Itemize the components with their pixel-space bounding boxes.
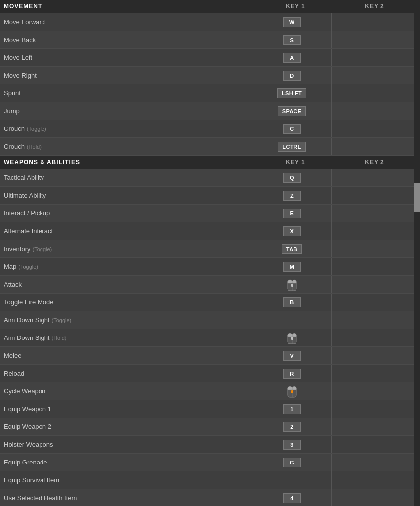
key2-cell-movement-4[interactable] <box>331 84 410 102</box>
action-name-weapons-12: Cycle Weapon <box>0 382 252 400</box>
key2-cell-weapons-9[interactable] <box>331 329 410 346</box>
key2-cell-weapons-8[interactable] <box>331 311 410 329</box>
keybind-row-movement-3[interactable]: Move RightD <box>0 67 420 84</box>
key1-badge-weapons-5: M <box>283 262 301 272</box>
keybind-row-movement-7[interactable]: Crouch (Hold)LCTRL <box>0 138 420 156</box>
key2-cell-movement-1[interactable] <box>331 31 410 48</box>
key1-cell-weapons-18[interactable]: 4 <box>252 489 331 506</box>
action-name-movement-0: Move Forward <box>0 13 252 31</box>
keybind-row-weapons-7[interactable]: Toggle Fire ModeB <box>0 294 420 311</box>
keybind-row-weapons-13[interactable]: Equip Weapon 11 <box>0 400 420 418</box>
action-name-weapons-1: Ultimate Ability <box>0 187 252 204</box>
keybind-row-weapons-16[interactable]: Equip GrenadeG <box>0 454 420 471</box>
keybind-row-movement-4[interactable]: SprintLSHIFT <box>0 84 420 102</box>
key1-badge-movement-2: A <box>283 53 301 63</box>
key1-cell-weapons-14[interactable]: 2 <box>252 418 331 435</box>
key1-cell-weapons-9[interactable] <box>252 329 331 346</box>
key1-cell-weapons-2[interactable]: E <box>252 205 331 222</box>
key2-cell-weapons-7[interactable] <box>331 294 410 311</box>
scrollbar-track[interactable] <box>414 0 420 506</box>
keybind-row-movement-5[interactable]: JumpSPACE <box>0 102 420 120</box>
key1-cell-weapons-8[interactable] <box>252 311 331 329</box>
key1-cell-weapons-0[interactable]: Q <box>252 169 331 186</box>
key2-cell-weapons-10[interactable] <box>331 347 410 364</box>
svg-rect-8 <box>291 390 293 393</box>
key1-cell-weapons-10[interactable]: V <box>252 347 331 364</box>
key1-cell-movement-3[interactable]: D <box>252 67 331 84</box>
keybind-row-weapons-1[interactable]: Ultimate AbilityZ <box>0 187 420 205</box>
keybind-row-weapons-11[interactable]: ReloadR <box>0 365 420 382</box>
action-name-movement-2: Move Left <box>0 49 252 66</box>
key1-cell-weapons-16[interactable]: G <box>252 454 331 471</box>
scrollbar-thumb[interactable] <box>414 183 420 212</box>
keybind-row-weapons-5[interactable]: Map (Toggle)M <box>0 258 420 276</box>
key1-cell-weapons-15[interactable]: 3 <box>252 436 331 453</box>
key2-cell-weapons-17[interactable] <box>331 471 410 489</box>
keybind-row-weapons-0[interactable]: Tactical AbilityQ <box>0 169 420 187</box>
keybind-row-weapons-4[interactable]: Inventory (Toggle)TAB <box>0 240 420 258</box>
key2-cell-movement-0[interactable] <box>331 13 410 31</box>
keybind-row-weapons-3[interactable]: Alternate InteractX <box>0 222 420 240</box>
key2-cell-movement-7[interactable] <box>331 138 410 155</box>
key1-cell-movement-1[interactable]: S <box>252 31 331 48</box>
keybind-row-movement-0[interactable]: Move ForwardW <box>0 13 420 31</box>
key1-cell-movement-7[interactable]: LCTRL <box>252 138 331 155</box>
key2-cell-weapons-11[interactable] <box>331 365 410 382</box>
action-name-weapons-5: Map (Toggle) <box>0 258 252 275</box>
key1-cell-weapons-12[interactable] <box>252 382 331 400</box>
keybind-row-movement-1[interactable]: Move BackS <box>0 31 420 49</box>
keybind-row-movement-2[interactable]: Move LeftA <box>0 49 420 67</box>
key1-cell-movement-5[interactable]: SPACE <box>252 102 331 120</box>
key2-cell-movement-5[interactable] <box>331 102 410 120</box>
keybind-row-movement-6[interactable]: Crouch (Toggle)C <box>0 120 420 138</box>
action-name-weapons-13: Equip Weapon 1 <box>0 400 252 418</box>
key1-cell-movement-6[interactable]: C <box>252 120 331 137</box>
key1-cell-weapons-13[interactable]: 1 <box>252 400 331 418</box>
keybind-row-weapons-6[interactable]: Attack <box>0 276 420 294</box>
key2-cell-weapons-14[interactable] <box>331 418 410 435</box>
keybind-row-weapons-8[interactable]: Aim Down Sight (Toggle) <box>0 311 420 329</box>
key2-cell-weapons-5[interactable] <box>331 258 410 275</box>
keybind-row-weapons-18[interactable]: Use Selected Health Item4 <box>0 489 420 506</box>
key1-badge-movement-1: S <box>283 35 301 45</box>
key1-cell-weapons-3[interactable]: X <box>252 222 331 240</box>
key2-cell-weapons-6[interactable] <box>331 276 410 293</box>
key2-cell-weapons-16[interactable] <box>331 454 410 471</box>
keybind-row-weapons-14[interactable]: Equip Weapon 22 <box>0 418 420 436</box>
key2-cell-weapons-0[interactable] <box>331 169 410 186</box>
key2-cell-weapons-12[interactable] <box>331 382 410 400</box>
key1-cell-weapons-5[interactable]: M <box>252 258 331 275</box>
key2-cell-weapons-2[interactable] <box>331 205 410 222</box>
key2-cell-weapons-3[interactable] <box>331 222 410 240</box>
keybind-row-weapons-15[interactable]: Holster Weapons3 <box>0 436 420 454</box>
keybind-row-weapons-12[interactable]: Cycle Weapon <box>0 382 420 400</box>
key1-cell-movement-0[interactable]: W <box>252 13 331 31</box>
key1-cell-weapons-11[interactable]: R <box>252 365 331 382</box>
section-header-weapons: WEAPONS & ABILITIES KEY 1 KEY 2 <box>0 156 420 169</box>
keybind-row-weapons-10[interactable]: MeleeV <box>0 347 420 365</box>
key2-cell-movement-2[interactable] <box>331 49 410 66</box>
keybind-row-weapons-9[interactable]: Aim Down Sight (Hold) <box>0 329 420 347</box>
keybind-row-weapons-17[interactable]: Equip Survival Item <box>0 471 420 489</box>
key2-cell-movement-3[interactable] <box>331 67 410 84</box>
key1-cell-weapons-1[interactable]: Z <box>252 187 331 204</box>
key2-cell-weapons-13[interactable] <box>331 400 410 418</box>
keybind-row-weapons-2[interactable]: Interact / PickupE <box>0 205 420 222</box>
action-name-weapons-16: Equip Grenade <box>0 454 252 471</box>
key1-badge-weapons-7: B <box>283 297 301 307</box>
key1-cell-weapons-17[interactable] <box>252 471 331 489</box>
svg-rect-2 <box>291 284 293 287</box>
key1-badge-weapons-4: TAB <box>282 244 302 254</box>
key1-badge-movement-7: LCTRL <box>278 142 306 152</box>
key2-cell-weapons-18[interactable] <box>331 489 410 506</box>
key1-cell-weapons-4[interactable]: TAB <box>252 240 331 257</box>
key1-cell-movement-4[interactable]: LSHIFT <box>252 84 331 102</box>
key2-cell-weapons-1[interactable] <box>331 187 410 204</box>
key2-cell-weapons-15[interactable] <box>331 436 410 453</box>
key1-cell-weapons-7[interactable]: B <box>252 294 331 311</box>
action-name-weapons-18: Use Selected Health Item <box>0 489 252 506</box>
key1-cell-weapons-6[interactable] <box>252 276 331 293</box>
key2-cell-weapons-4[interactable] <box>331 240 410 257</box>
key1-cell-movement-2[interactable]: A <box>252 49 331 66</box>
key2-cell-movement-6[interactable] <box>331 120 410 137</box>
